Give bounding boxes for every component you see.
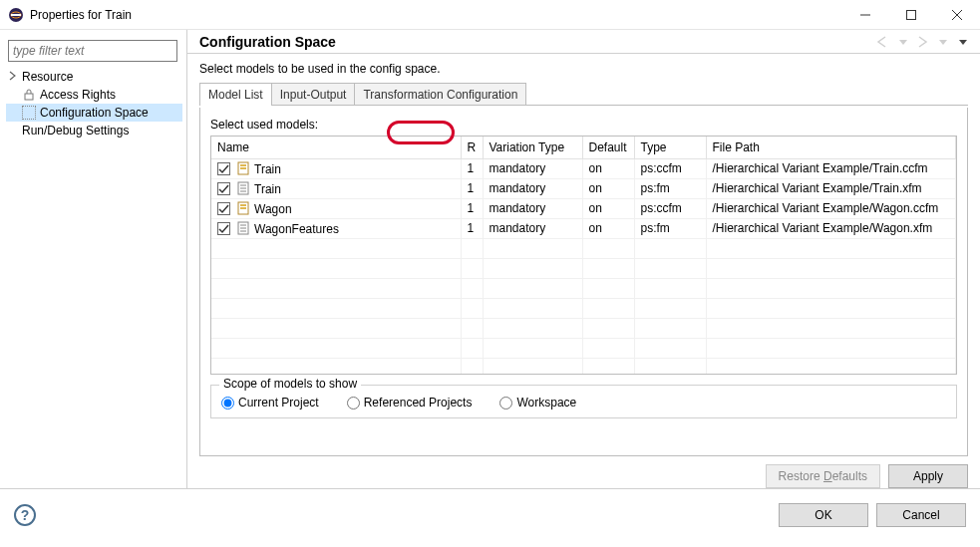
tree-item-resource[interactable]: Resource xyxy=(6,68,182,86)
svg-rect-23 xyxy=(240,207,246,209)
cell-name: Train xyxy=(254,161,281,175)
model-file-icon xyxy=(236,161,250,175)
properties-tree[interactable]: Resource Access Rights Configuration Spa… xyxy=(4,68,182,139)
table-header-row: Name R Variation Type Default Type File … xyxy=(211,137,956,158)
back-history-dropdown[interactable] xyxy=(898,34,908,50)
tree-item-label: Configuration Space xyxy=(40,106,149,120)
help-icon[interactable]: ? xyxy=(14,504,36,526)
cell-name: WagonFeatures xyxy=(254,221,339,235)
cell-variation: mandatory xyxy=(483,158,582,178)
cell-default: on xyxy=(582,178,634,198)
page-description: Select models to be used in the config s… xyxy=(199,62,968,76)
radio-label: Referenced Projects xyxy=(364,396,473,410)
tree-item-access-rights[interactable]: Access Rights xyxy=(6,86,182,104)
maximize-button[interactable] xyxy=(888,0,934,29)
tab-label: Transformation Configuration xyxy=(363,88,517,102)
button-label: OK xyxy=(815,508,831,522)
cell-type: ps:fm xyxy=(634,178,706,198)
cell-default: on xyxy=(582,218,634,238)
dialog-button-bar: ? OK Cancel xyxy=(0,488,980,540)
radio-referenced-projects[interactable]: Referenced Projects xyxy=(347,396,473,410)
scope-legend: Scope of models to show xyxy=(219,377,361,391)
button-label: Restore Defaults xyxy=(779,469,867,483)
model-file-icon xyxy=(236,221,250,235)
back-button[interactable] xyxy=(872,34,894,50)
table-row-empty xyxy=(211,358,956,375)
svg-rect-15 xyxy=(218,182,230,194)
cancel-button[interactable]: Cancel xyxy=(876,503,966,527)
lock-icon xyxy=(22,88,36,102)
svg-rect-7 xyxy=(25,94,33,100)
cell-r: 1 xyxy=(461,178,483,198)
tab-label: Model List xyxy=(208,88,263,102)
row-checkbox[interactable] xyxy=(217,162,230,175)
page-icon xyxy=(22,106,36,120)
tab-transformation-config[interactable]: Transformation Configuration xyxy=(354,83,526,105)
col-name[interactable]: Name xyxy=(211,137,461,158)
table-row-empty xyxy=(211,278,956,298)
cell-type: ps:ccfm xyxy=(634,158,706,178)
svg-rect-4 xyxy=(907,10,916,19)
cell-name: Wagon xyxy=(254,201,292,215)
apply-button[interactable]: Apply xyxy=(888,464,968,488)
radio-input[interactable] xyxy=(347,397,360,410)
col-default[interactable]: Default xyxy=(582,137,634,158)
cell-filepath: /Hierarchical Variant Example/Train.xfm xyxy=(706,178,956,198)
row-checkbox[interactable] xyxy=(217,202,230,215)
filter-input[interactable] xyxy=(8,40,177,62)
radio-input[interactable] xyxy=(221,397,234,410)
tab-input-output[interactable]: Input-Output xyxy=(271,83,356,105)
restore-defaults-button[interactable]: Restore Defaults xyxy=(766,464,880,488)
models-table[interactable]: Name R Variation Type Default Type File … xyxy=(211,137,956,375)
forward-button[interactable] xyxy=(912,34,934,50)
minimize-button[interactable] xyxy=(842,0,888,29)
svg-rect-13 xyxy=(240,164,246,166)
tab-label: Input-Output xyxy=(280,88,347,102)
svg-rect-20 xyxy=(218,202,230,214)
radio-current-project[interactable]: Current Project xyxy=(221,396,319,410)
table-row-empty xyxy=(211,238,956,258)
row-checkbox[interactable] xyxy=(217,182,230,195)
table-row[interactable]: Wagon1mandatoryonps:ccfm/Hierarchical Va… xyxy=(211,198,956,218)
chevron-right-icon[interactable] xyxy=(8,70,20,82)
forward-history-dropdown[interactable] xyxy=(938,34,948,50)
table-row-empty xyxy=(211,298,956,318)
tree-item-run-debug[interactable]: Run/Debug Settings xyxy=(6,122,182,139)
svg-marker-8 xyxy=(899,40,907,45)
table-row[interactable]: Train1mandatoryonps:ccfm/Hierarchical Va… xyxy=(211,158,956,178)
close-button[interactable] xyxy=(934,0,980,29)
button-label: Cancel xyxy=(902,508,939,522)
col-r[interactable]: R xyxy=(461,137,483,158)
model-file-icon xyxy=(236,181,250,195)
col-type[interactable]: Type xyxy=(634,137,706,158)
tab-model-list[interactable]: Model List xyxy=(199,83,272,105)
tree-item-configuration-space[interactable]: Configuration Space xyxy=(6,104,182,122)
col-filepath[interactable]: File Path xyxy=(706,137,956,158)
col-variation[interactable]: Variation Type xyxy=(483,137,582,158)
ok-button[interactable]: OK xyxy=(779,503,868,527)
table-row[interactable]: Train1mandatoryonps:fm/Hierarchical Vari… xyxy=(211,178,956,198)
radio-input[interactable] xyxy=(499,397,512,410)
table-row-empty xyxy=(211,318,956,338)
svg-marker-10 xyxy=(959,40,967,45)
button-label: Apply xyxy=(913,469,943,483)
view-menu-dropdown[interactable] xyxy=(958,34,968,50)
window-title: Properties for Train xyxy=(30,8,842,22)
cell-r: 1 xyxy=(461,218,483,238)
scope-groupbox: Scope of models to show Current Project … xyxy=(210,385,957,418)
table-label: Select used models: xyxy=(210,118,957,132)
table-row[interactable]: WagonFeatures1mandatoryonps:fm/Hierarchi… xyxy=(211,218,956,238)
svg-rect-2 xyxy=(11,14,21,16)
cell-filepath: /Hierarchical Variant Example/Wagon.ccfm xyxy=(706,198,956,218)
row-checkbox[interactable] xyxy=(217,222,230,235)
cell-r: 1 xyxy=(461,198,483,218)
svg-rect-24 xyxy=(218,222,230,234)
tree-item-label: Access Rights xyxy=(40,88,116,102)
cell-default: on xyxy=(582,198,634,218)
cell-variation: mandatory xyxy=(483,198,582,218)
nav-arrows xyxy=(872,34,968,50)
tree-item-label: Resource xyxy=(22,70,73,84)
radio-workspace[interactable]: Workspace xyxy=(499,396,576,410)
svg-rect-11 xyxy=(218,162,230,174)
cell-default: on xyxy=(582,158,634,178)
